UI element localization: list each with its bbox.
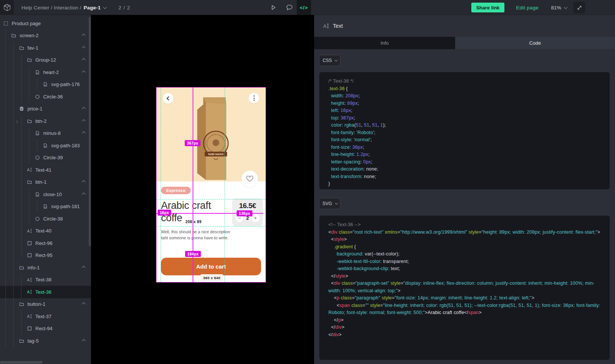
sidebar-vertical-scrollbar[interactable] bbox=[89, 17, 91, 246]
dots-menu-icon bbox=[254, 95, 255, 97]
tree-connector-line bbox=[5, 164, 13, 176]
tab-info[interactable]: Info bbox=[314, 37, 455, 49]
tree-connector-line bbox=[5, 225, 13, 237]
svg-format-dropdown[interactable]: SVG bbox=[319, 198, 340, 209]
svg-code-block[interactable]: <!-- Text-36 --><div class="root rich-te… bbox=[319, 216, 610, 360]
layer-row-rect-94[interactable]: Rect-94 bbox=[0, 323, 91, 335]
code-line: background: var(--text-color); bbox=[328, 251, 601, 258]
layer-row-rect-96[interactable]: Rect-96 bbox=[0, 237, 91, 249]
chevron-up-icon[interactable] bbox=[82, 180, 86, 184]
chevron-up-icon[interactable] bbox=[82, 46, 86, 50]
layer-row-svg-path-181[interactable]: svg-path-181 bbox=[0, 201, 91, 213]
layer-row-svg-path-183[interactable]: svg-path-183 bbox=[0, 139, 91, 152]
coffee-bag-image: NABI NAHUI bbox=[189, 95, 234, 181]
layer-row-rect-95[interactable]: Rect-95 bbox=[0, 249, 91, 262]
layer-row-circle-36[interactable]: Circle-36 bbox=[0, 91, 91, 103]
chevron-up-icon[interactable] bbox=[82, 266, 86, 269]
svg-text:A: A bbox=[27, 290, 30, 294]
add-to-cart-button[interactable]: Add to cart bbox=[161, 258, 261, 275]
layers-panel: Product pagescreen-2fav-1Group-12heart-2… bbox=[0, 15, 91, 364]
layer-row-tag-5[interactable]: tag-5 bbox=[0, 335, 91, 347]
edit-page-link[interactable]: Edit page bbox=[516, 0, 539, 15]
layer-row-svg-path-176[interactable]: svg-path-176 bbox=[0, 79, 91, 91]
code-line: line-height: 1.2px; bbox=[328, 151, 601, 159]
layer-row-info-1[interactable]: info-1 bbox=[0, 261, 91, 274]
tree-connector-line bbox=[5, 298, 13, 311]
zoom-level-dropdown[interactable]: 81% bbox=[551, 0, 566, 15]
fullscreen-button[interactable] bbox=[573, 2, 585, 14]
comments-button[interactable] bbox=[282, 0, 296, 15]
tree-connector-line bbox=[13, 54, 21, 66]
favorite-button[interactable] bbox=[241, 171, 258, 187]
chevron-up-icon[interactable] bbox=[82, 192, 86, 196]
layer-row-group-12[interactable]: Group-12 bbox=[0, 54, 91, 66]
tree-connector-line bbox=[13, 91, 21, 103]
back-button[interactable] bbox=[163, 93, 173, 104]
layer-row-text-36[interactable]: AText-36 bbox=[0, 286, 91, 298]
svg-text:A: A bbox=[27, 229, 30, 233]
svg-layer-icon bbox=[35, 69, 40, 75]
layer-row-btn-2[interactable]: btn-2 bbox=[0, 115, 91, 127]
layer-row-fav-1[interactable]: fav-1 bbox=[0, 42, 91, 54]
css-code-block[interactable]: /* Text-36 */.text-36 { width: 208px; he… bbox=[319, 72, 610, 189]
layer-row-text-38[interactable]: AText-38 bbox=[0, 274, 91, 286]
more-options-button[interactable] bbox=[249, 93, 259, 103]
breadcrumb-current-page[interactable]: Page-1 bbox=[84, 5, 100, 11]
code-line: left: 16px; bbox=[328, 107, 601, 115]
folder-layer-icon bbox=[11, 33, 16, 38]
chevron-up-icon[interactable] bbox=[82, 34, 86, 38]
box-logo-icon bbox=[3, 3, 11, 12]
breadcrumb[interactable]: Help Center / Interaction / Page-1 bbox=[21, 0, 106, 15]
layer-row-btn-1[interactable]: btn-1 bbox=[0, 176, 91, 189]
tab-code[interactable]: Code bbox=[455, 37, 615, 49]
layer-label: svg-path-176 bbox=[51, 82, 80, 87]
app-logo[interactable] bbox=[0, 0, 14, 15]
breadcrumb-path: Help Center / Interaction / bbox=[21, 5, 81, 11]
tree-connector-line bbox=[5, 201, 13, 213]
design-canvas[interactable]: NABI NAHUI Expresso Arabic craft coffe 2… bbox=[91, 15, 314, 364]
code-line: letter-spacing: 0px; bbox=[328, 159, 601, 166]
layer-row-screen-2[interactable]: screen-2 bbox=[0, 30, 91, 42]
svg-layer-icon bbox=[43, 143, 48, 148]
layer-row-price-1[interactable]: price-1 bbox=[0, 103, 91, 115]
decrease-quantity-button[interactable]: − bbox=[235, 214, 243, 222]
chevron-up-icon[interactable] bbox=[82, 119, 86, 123]
share-link-button[interactable]: Share link bbox=[471, 3, 504, 12]
code-line: font-style: 'normal'; bbox=[328, 136, 601, 144]
layer-row-heart-2[interactable]: heart-2 bbox=[0, 66, 91, 79]
layer-label: screen-2 bbox=[20, 33, 39, 38]
sidebar-horizontal-scrollbar[interactable] bbox=[0, 361, 43, 364]
chevron-up-icon[interactable] bbox=[82, 339, 86, 343]
chevron-down-icon bbox=[564, 5, 568, 9]
chevron-up-icon[interactable] bbox=[82, 70, 86, 74]
css-format-dropdown[interactable]: CSS bbox=[319, 55, 340, 66]
tree-connector-line bbox=[21, 152, 29, 164]
chevron-up-icon[interactable] bbox=[82, 131, 86, 135]
chevron-up-icon[interactable] bbox=[82, 107, 86, 111]
layer-label: heart-2 bbox=[43, 69, 59, 75]
code-mode-button[interactable]: </> bbox=[297, 0, 311, 15]
folder-layer-icon bbox=[27, 57, 32, 63]
play-button[interactable] bbox=[266, 0, 281, 15]
code-line: color: rgba(51, 51, 51, 1); bbox=[328, 122, 601, 129]
layer-row-text-37[interactable]: AText-37 bbox=[0, 310, 91, 323]
code-line: width: 208px; bbox=[328, 92, 601, 100]
top-bar: Help Center / Interaction / Page-1 2 / 2… bbox=[0, 0, 615, 15]
layer-row-text-40[interactable]: AText-40 bbox=[0, 225, 91, 237]
layer-row-product page[interactable]: Product page bbox=[0, 17, 91, 30]
panel-title: Text bbox=[333, 23, 343, 29]
comment-icon bbox=[286, 4, 293, 11]
tree-connector-line bbox=[29, 79, 37, 91]
chevron-up-icon[interactable] bbox=[82, 58, 86, 62]
code-line: height: 89px; bbox=[328, 100, 601, 107]
layer-row-button-1[interactable]: button-1 bbox=[0, 298, 91, 311]
layer-row-circle-38[interactable]: Circle-38 bbox=[0, 213, 91, 225]
layer-row-close-10[interactable]: close-10 bbox=[0, 188, 91, 201]
layer-label: Rect-94 bbox=[35, 326, 53, 331]
chevron-up-icon[interactable] bbox=[82, 302, 86, 306]
layer-row-circle-39[interactable]: Circle-39 bbox=[0, 152, 91, 164]
layer-row-minus-8[interactable]: minus-8 bbox=[0, 127, 91, 140]
chevron-down-icon[interactable] bbox=[103, 5, 107, 9]
layer-row-text-41[interactable]: AText-41 bbox=[0, 164, 91, 176]
increase-quantity-button[interactable]: + bbox=[252, 214, 260, 222]
